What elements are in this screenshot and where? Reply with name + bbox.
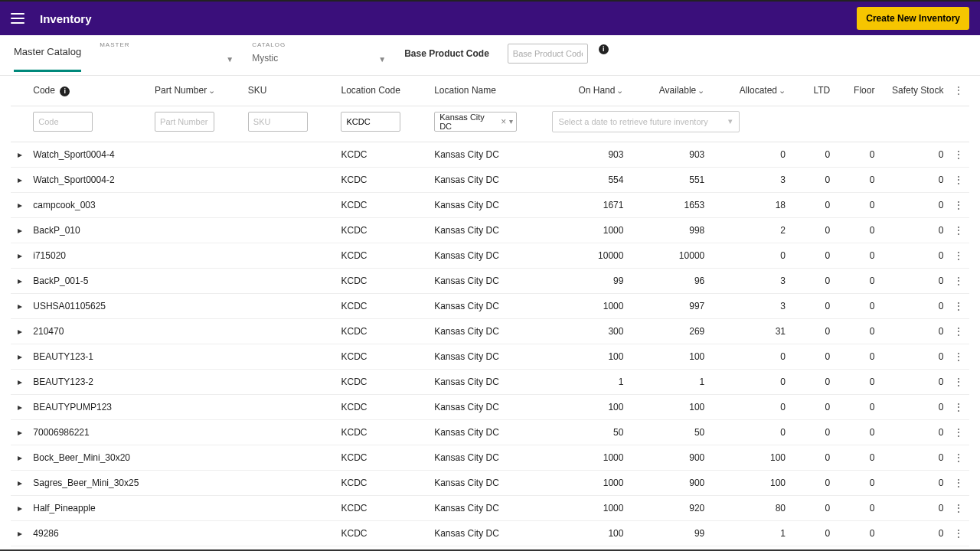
col-location-code[interactable]: Location Code [336, 76, 430, 106]
col-part[interactable]: Part Number⌄ [150, 76, 243, 106]
row-actions-icon[interactable]: ⋮ [948, 167, 969, 192]
expand-row-icon[interactable]: ▸ [11, 344, 28, 369]
col-allocated[interactable]: Allocated⌄ [709, 76, 790, 106]
filter-location-code-input[interactable] [341, 112, 400, 132]
cell-part [150, 344, 243, 369]
cell-part [150, 394, 243, 419]
catalog-select[interactable]: CATALOG Mystic ▼ [252, 43, 386, 64]
expand-row-icon[interactable]: ▸ [11, 369, 28, 394]
cell-allocated: 31 [709, 318, 790, 344]
row-actions-icon[interactable]: ⋮ [948, 394, 969, 419]
cell-safety: 0 [879, 419, 948, 445]
filter-part-input[interactable] [155, 112, 214, 132]
row-actions-icon[interactable]: ⋮ [948, 142, 969, 167]
cell-on-hand: 1000 [547, 470, 629, 495]
cell-safety: 0 [879, 268, 948, 293]
cell-floor: 0 [835, 394, 879, 419]
expand-row-icon[interactable]: ▸ [11, 419, 28, 445]
row-actions-icon[interactable]: ⋮ [948, 243, 969, 268]
create-inventory-button[interactable]: Create New Inventory [857, 7, 969, 30]
row-actions-icon[interactable]: ⋮ [948, 495, 969, 520]
cell-location-code: KCDC [336, 495, 430, 520]
col-label: Code [33, 85, 55, 96]
cell-on-hand: 1000 [547, 445, 629, 470]
column-options-icon[interactable]: ⋮ [948, 76, 969, 106]
cell-code: 70006986221 [28, 419, 150, 445]
cell-part [150, 192, 243, 217]
expand-row-icon[interactable]: ▸ [11, 520, 28, 546]
expand-row-icon[interactable]: ▸ [11, 318, 28, 344]
expand-row-icon[interactable]: ▸ [11, 243, 28, 268]
cell-allocated: 0 [709, 243, 790, 268]
cell-on-hand: 554 [547, 167, 629, 192]
info-icon[interactable]: i [60, 86, 70, 96]
cell-sku [243, 192, 337, 217]
row-actions-icon[interactable]: ⋮ [948, 369, 969, 394]
cell-sku [243, 445, 337, 470]
expand-row-icon[interactable]: ▸ [11, 293, 28, 318]
row-actions-icon[interactable]: ⋮ [948, 546, 969, 551]
col-label: Available [659, 85, 696, 96]
table-row: ▸Watch_Sport0004-4KCDCKansas City DC9039… [11, 142, 969, 167]
cell-allocated: 3 [709, 167, 790, 192]
cell-code: campcook_003 [28, 192, 150, 217]
cell-on-hand: 1000 [547, 495, 629, 520]
cell-safety: 0 [879, 344, 948, 369]
filter-location-name-select[interactable]: Kansas City DC × ▾ [434, 112, 517, 132]
cell-location-name: Kansas City DC [430, 369, 547, 394]
row-actions-icon[interactable]: ⋮ [948, 344, 969, 369]
chevron-down-icon: ⌄ [208, 86, 215, 95]
cell-floor: 0 [835, 520, 879, 546]
expand-row-icon[interactable]: ▸ [11, 167, 28, 192]
cell-safety: 0 [879, 546, 948, 551]
cell-sku [243, 167, 337, 192]
row-actions-icon[interactable]: ⋮ [948, 419, 969, 445]
menu-icon[interactable] [11, 13, 24, 24]
cell-part [150, 520, 243, 546]
col-available[interactable]: Available⌄ [628, 76, 709, 106]
clear-icon[interactable]: × [501, 116, 506, 127]
expand-row-icon[interactable]: ▸ [11, 546, 28, 551]
cell-ltd: 0 [790, 318, 835, 344]
col-code[interactable]: Code i [28, 76, 150, 106]
expand-row-icon[interactable]: ▸ [11, 470, 28, 495]
col-label: On Hand [578, 85, 615, 96]
col-ltd[interactable]: LTD [790, 76, 835, 106]
col-location-name[interactable]: Location Name [430, 76, 547, 106]
expand-row-icon[interactable]: ▸ [11, 394, 28, 419]
cell-ltd: 0 [790, 419, 835, 445]
row-actions-icon[interactable]: ⋮ [948, 445, 969, 470]
col-on-hand[interactable]: On Hand⌄ [547, 76, 629, 106]
cell-code: BackP_010 [28, 217, 150, 243]
expand-row-icon[interactable]: ▸ [11, 142, 28, 167]
cell-ltd: 0 [790, 495, 835, 520]
cell-location-code: KCDC [336, 243, 430, 268]
expand-row-icon[interactable]: ▸ [11, 268, 28, 293]
row-actions-icon[interactable]: ⋮ [948, 318, 969, 344]
filter-code-input[interactable] [33, 112, 93, 132]
expand-row-icon[interactable]: ▸ [11, 217, 28, 243]
row-actions-icon[interactable]: ⋮ [948, 520, 969, 546]
row-actions-icon[interactable]: ⋮ [948, 293, 969, 318]
col-floor[interactable]: Floor [835, 76, 879, 106]
row-actions-icon[interactable]: ⋮ [948, 192, 969, 217]
cell-allocated: 100 [709, 470, 790, 495]
row-actions-icon[interactable]: ⋮ [948, 217, 969, 243]
row-actions-icon[interactable]: ⋮ [948, 268, 969, 293]
cell-on-hand: 100 [547, 344, 629, 369]
info-icon[interactable]: i [599, 44, 609, 54]
cell-sku [243, 369, 337, 394]
cell-safety: 0 [879, 520, 948, 546]
future-inventory-date-select[interactable]: Select a date to retrieve future invento… [552, 111, 740, 132]
expand-row-icon[interactable]: ▸ [11, 192, 28, 217]
master-select[interactable]: MASTER ▼ [100, 43, 234, 64]
base-product-code-input[interactable] [508, 44, 588, 64]
tab-master-catalog[interactable]: Master Catalog [14, 46, 81, 72]
expand-row-icon[interactable]: ▸ [11, 495, 28, 520]
col-sku[interactable]: SKU [243, 76, 337, 106]
filter-sku-input[interactable] [248, 112, 308, 132]
col-safety[interactable]: Safety Stock [879, 76, 948, 106]
row-actions-icon[interactable]: ⋮ [948, 470, 969, 495]
cell-available: 997 [628, 293, 709, 318]
expand-row-icon[interactable]: ▸ [11, 445, 28, 470]
